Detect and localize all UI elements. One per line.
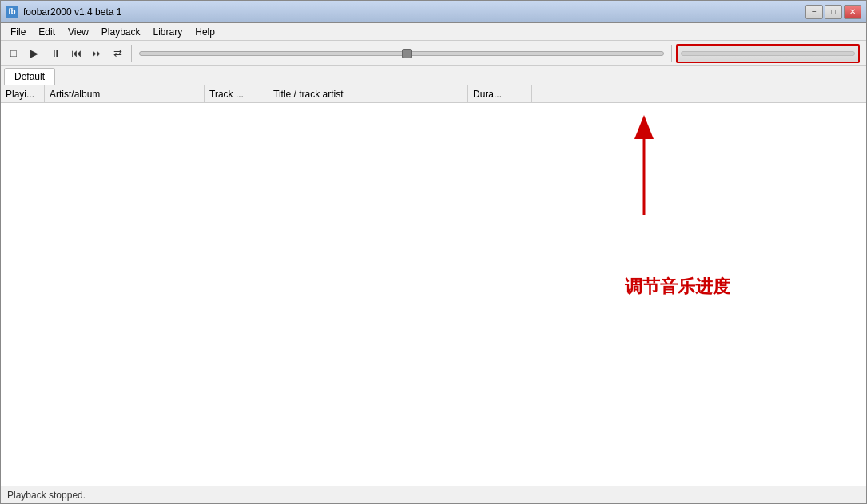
toolbar: □ ▶ ⏸ ⏮ ⏭ ⇄ [1,41,866,66]
menubar: File Edit View Playback Library Help [1,23,866,41]
svg-marker-1 [634,115,654,139]
stop-button[interactable]: □ [4,44,23,63]
col-header-title[interactable]: Title / track artist [268,85,468,102]
window-title: foobar2000 v1.4 beta 1 [23,6,121,18]
tab-default[interactable]: Default [4,68,55,85]
app-icon: fb [6,6,18,18]
window-controls: − □ ✕ [805,5,861,19]
prev-button[interactable]: ⏮ [66,44,86,63]
menu-playback[interactable]: Playback [95,25,147,39]
status-text: Playback stopped. [7,490,86,501]
seek-bar[interactable] [139,51,664,56]
random-button[interactable]: ⇄ [108,44,127,63]
restore-button[interactable]: □ [825,5,842,19]
seek-bar-container [139,44,664,63]
titlebar-left: fb foobar2000 v1.4 beta 1 [6,6,121,18]
next-button[interactable]: ⏭ [87,44,106,63]
column-headers: Playi... Artist/album Track ... Title / … [1,85,866,103]
progress-inner [681,51,855,56]
toolbar-separator [131,45,132,62]
annotation-arrow [620,111,668,223]
play-button[interactable]: ▶ [25,44,44,63]
progress-bar[interactable] [676,44,860,63]
minimize-button[interactable]: − [805,5,823,19]
annotation-text: 调节音乐进度 [625,275,730,299]
col-header-track[interactable]: Track ... [205,85,268,102]
col-header-playing[interactable]: Playi... [1,85,45,102]
toolbar-separator-2 [671,45,672,62]
pause-button[interactable]: ⏸ [46,44,65,63]
menu-edit[interactable]: Edit [32,25,62,39]
close-button[interactable]: ✕ [844,5,861,19]
menu-file[interactable]: File [4,25,32,39]
menu-help[interactable]: Help [189,25,221,39]
menu-library[interactable]: Library [147,25,189,39]
statusbar: Playback stopped. [1,486,866,503]
col-header-artist[interactable]: Artist/album [45,85,205,102]
titlebar: fb foobar2000 v1.4 beta 1 − □ ✕ [1,1,866,23]
menu-view[interactable]: View [62,25,95,39]
playlist-content: 调节音乐进度 [1,103,866,486]
seek-thumb [402,49,412,58]
main-window: fb foobar2000 v1.4 beta 1 − □ ✕ File Edi… [0,0,867,504]
tabs-bar: Default [1,66,866,85]
col-header-duration[interactable]: Dura... [468,85,532,102]
